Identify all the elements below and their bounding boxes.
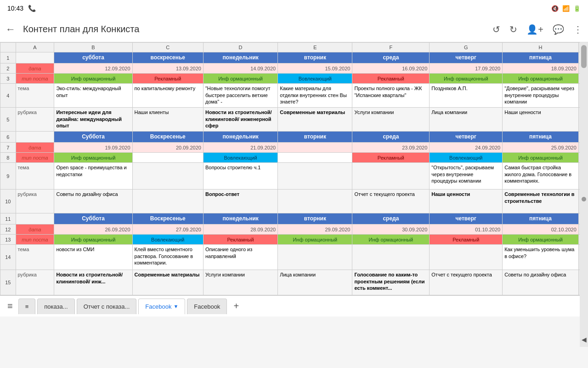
redo-button[interactable]: ↻: [509, 24, 517, 35]
row-4-num: 4: [0, 84, 16, 108]
row8-b: Инф ормационный: [54, 153, 132, 163]
row15-g: Отчет с текущего проекта: [430, 270, 503, 295]
row6-f: среда: [352, 132, 430, 143]
scroll-arrow-down[interactable]: ◀: [582, 336, 587, 343]
row15-d: Услуги компании: [203, 270, 277, 295]
row7-g: 24.09.2020: [430, 143, 503, 153]
row7-d: 21.09.2020: [203, 143, 277, 153]
col-e-header: E: [278, 43, 352, 52]
row13-d: Рекламный: [203, 235, 277, 245]
row6-e: вторник: [278, 132, 352, 143]
row13-g: Рекламный: [430, 235, 503, 245]
row7-h: 25.09.2020: [503, 143, 579, 153]
battery-icon: 🔋: [573, 5, 581, 12]
row9-a: тема: [16, 163, 54, 190]
row4-b: Эко-стиль: международный опыт: [54, 84, 132, 108]
row-5-num: 5: [0, 108, 16, 132]
row8-e: [278, 153, 352, 163]
row14-d: Описание одного из направлений: [203, 245, 277, 270]
row1-b: суббота: [54, 52, 132, 63]
col-f-header: F: [352, 43, 430, 52]
row10-a: рубрика: [16, 190, 54, 213]
row12-h: 02.10.2020: [503, 224, 579, 235]
row10-b: Советы по дизайну офиса: [54, 190, 132, 213]
row8-h: Инф ормационный: [503, 153, 579, 163]
row12-g: 01.10.2020: [430, 224, 503, 235]
row2-h: 18.09.2020: [503, 63, 579, 74]
row9-e: [278, 163, 352, 190]
table-row: 3 тип поста Инф ормационный Рекламный Ин…: [0, 74, 588, 84]
row3-d: Инф ормационный: [203, 74, 277, 84]
row9-g: "Открытость", раскрываем через внутренни…: [430, 163, 503, 190]
tab-pokazateli1[interactable]: ≡: [18, 299, 36, 314]
col-b-header: B: [54, 43, 132, 52]
col-g-header: G: [430, 43, 503, 52]
row10-h: Современные технологии в строительстве: [503, 190, 579, 213]
row13-a: тип поста: [16, 235, 54, 245]
tab-facebook[interactable]: Facebook ▼: [138, 299, 185, 314]
row2-c: 13.09.2020: [132, 63, 203, 74]
row2-d: 14.09.2020: [203, 63, 277, 74]
row2-g: 17.09.2020: [430, 63, 503, 74]
row4-f: Проекты полного цикла - ЖК "Испанские кв…: [352, 84, 430, 108]
row15-e: Лица компании: [278, 270, 352, 295]
row2-f: 16.09.2020: [352, 63, 430, 74]
tab-posts[interactable]: Facebook: [187, 299, 227, 314]
row6-c: Воскресенье: [132, 132, 203, 143]
table-row: 13 тип поста Инф ормационный Вовлекающий…: [0, 235, 588, 245]
row12-a: дата: [16, 224, 54, 235]
undo-button[interactable]: ↺: [492, 24, 500, 35]
row6-d: понедельник: [203, 132, 277, 143]
row13-b: Инф ормационный: [54, 235, 132, 245]
row1-c: воскресенье: [132, 52, 203, 63]
row7-a: дата: [16, 143, 54, 153]
row15-c: Современные материалы: [132, 270, 203, 295]
row11-c: Воскресенье: [132, 213, 203, 224]
tab-instagram-label: Отчет с показа...: [84, 303, 130, 310]
table-row: 6 Суббота Воскресенье понедельник вторни…: [0, 132, 588, 143]
tab-otchet-label: показа...: [44, 303, 68, 310]
row2-a: дата: [16, 63, 54, 74]
more-button[interactable]: ⋮: [573, 24, 582, 35]
row7-b: 19.09.2020: [54, 143, 132, 153]
row14-a: тема: [16, 245, 54, 270]
col-d-header: D: [203, 43, 277, 52]
scroll-thumb[interactable]: [581, 45, 587, 68]
sheet-tabs-bar: ≡ ≡ показа... Отчет с показа... Facebook…: [0, 295, 588, 316]
row15-h: Советы по дизайну офиса: [503, 270, 579, 295]
tab-facebook-dropdown-icon[interactable]: ▼: [173, 304, 178, 309]
vertical-scrollbar[interactable]: ◀: [580, 42, 588, 347]
row5-b: Интересные идеи для дизайна: международн…: [54, 108, 132, 132]
row1-h: пятница: [503, 52, 579, 63]
scroll-dot[interactable]: [582, 197, 586, 201]
signal-bars-icon: 📶: [562, 5, 570, 12]
tab-instagram[interactable]: Отчет с показа...: [77, 299, 137, 314]
comment-button[interactable]: 💬: [553, 24, 564, 35]
spreadsheet-table: A B C D E F G H 1 суббота воскресенье по…: [0, 42, 588, 295]
tabs-menu-button[interactable]: ≡: [4, 299, 17, 313]
row1-d: понедельник: [203, 52, 277, 63]
row3-f: Рекламный: [352, 74, 430, 84]
add-sheet-button[interactable]: +: [229, 299, 243, 313]
tab-otchet[interactable]: показа...: [37, 299, 74, 314]
table-row: 15 рубрика Новости из строительной/ клин…: [0, 270, 588, 295]
row6-h: пятница: [503, 132, 579, 143]
table-row: 12 дата 26.09.2020 27.09.2020 28.09.2020…: [0, 224, 588, 235]
row5-e: Современные материалы: [278, 108, 352, 132]
table-row: 1 суббота воскресенье понедельник вторни…: [0, 52, 588, 63]
back-button[interactable]: ←: [6, 23, 16, 35]
row3-b: Инф ормационный: [54, 74, 132, 84]
row3-a: тип поста: [16, 74, 54, 84]
row13-e: Инф ормационный: [278, 235, 352, 245]
tab-facebook-label: Facebook: [145, 303, 171, 310]
row3-e: Вовлекающий: [278, 74, 352, 84]
row4-d: "Новые технологии помогут быстрее рассел…: [203, 84, 277, 108]
row8-g: Вовлекающий: [430, 153, 503, 163]
add-person-button[interactable]: 👤+: [526, 24, 543, 35]
row12-b: 26.09.2020: [54, 224, 132, 235]
row8-d: Вовлекающий: [203, 153, 277, 163]
row-12-num: 12: [0, 224, 16, 235]
row13-f: Инф ормационный: [352, 235, 430, 245]
row6-a: [16, 132, 54, 143]
row15-f: Голосование по каким-то проектным решени…: [352, 270, 430, 295]
